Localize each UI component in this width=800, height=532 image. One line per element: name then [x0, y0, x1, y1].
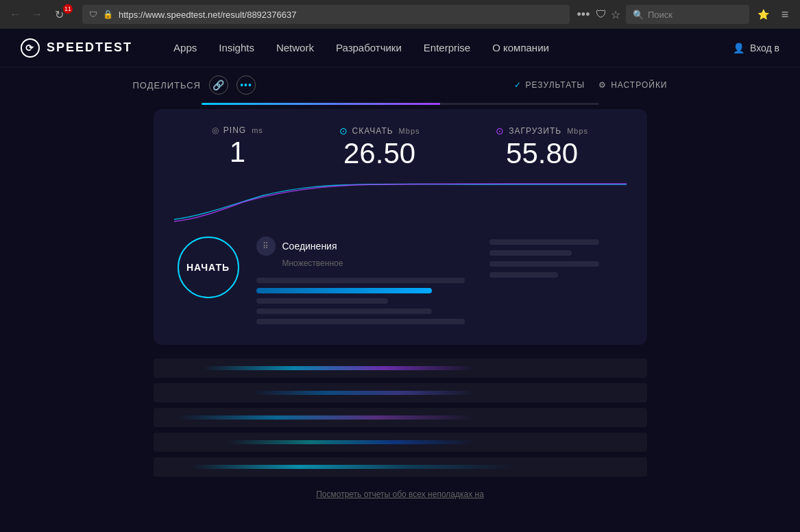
url-text: https://www.speedtest.net/result/8892376… — [119, 10, 296, 20]
speed-graph-svg — [174, 182, 627, 223]
start-btn-container: НАЧАТЬ — [174, 237, 243, 298]
download-metric: ⊙ СКАЧАТЬ Mbps 26.50 — [339, 125, 420, 168]
nav-login[interactable]: 👤 Вход в — [733, 43, 779, 53]
skeleton-line — [256, 278, 465, 283]
download-unit: Mbps — [399, 127, 420, 135]
download-label: СКАЧАТЬ — [352, 126, 393, 136]
ping-unit: ms — [252, 126, 263, 134]
speed-bar-3 — [154, 408, 647, 427]
address-bar[interactable]: 🛡 🔒 https://www.speedtest.net/result/889… — [82, 5, 570, 24]
nav-links: Apps Insights Network Разработчики Enter… — [173, 42, 733, 53]
progress-container — [160, 103, 640, 105]
ping-icon: ◎ — [212, 125, 219, 135]
info-line — [489, 239, 599, 245]
share-label: ПОДЕЛИТЬСЯ — [133, 80, 201, 90]
main-nav: ⟳ SPEEDTEST Apps Insights Network Разраб… — [0, 29, 800, 67]
skeleton-line — [256, 319, 465, 324]
download-value: 26.50 — [339, 139, 420, 168]
metrics-row: ◎ PING ms 1 ⊙ СКАЧАТЬ Mbps 26.50 ⊙ ЗАГРУ… — [174, 125, 627, 168]
website-content: ⟳ SPEEDTEST Apps Insights Network Разраб… — [0, 29, 800, 532]
skeleton-lines — [256, 278, 476, 324]
share-right: ✓ РЕЗУЛЬТАТЫ ⚙ НАСТРОЙКИ — [514, 80, 668, 90]
star-icon[interactable]: ☆ — [611, 8, 620, 21]
ping-label: PING — [223, 125, 246, 135]
upload-unit: Mbps — [567, 127, 588, 135]
nav-enterprise[interactable]: Enterprise — [424, 42, 470, 53]
speed-bar-2 — [154, 383, 647, 402]
more-button[interactable]: ••• — [575, 6, 592, 23]
lock-icon: 🔒 — [103, 10, 113, 19]
info-line — [489, 261, 599, 267]
progress-fill — [202, 103, 440, 105]
download-header: ⊙ СКАЧАТЬ Mbps — [339, 125, 420, 136]
search-bar[interactable]: 🔍 Поиск — [626, 5, 749, 24]
logo-icon: ⟳ — [21, 38, 40, 58]
ping-value: 1 — [212, 138, 263, 167]
skeleton-line — [256, 298, 388, 304]
ping-metric: ◎ PING ms 1 — [212, 125, 263, 168]
forward-button[interactable]: → — [29, 6, 45, 23]
logo[interactable]: ⟳ SPEEDTEST — [21, 38, 132, 58]
skeleton-line — [256, 288, 432, 293]
upload-header: ⊙ ЗАГРУЗИТЬ Mbps — [496, 125, 588, 136]
connection-header: ⠿ Соединения — [256, 237, 476, 256]
right-info — [489, 237, 627, 278]
connection-subtitle: Множественное — [282, 258, 476, 268]
ping-header: ◎ PING ms — [212, 125, 263, 135]
settings-button[interactable]: ⚙ НАСТРОЙКИ — [598, 80, 667, 90]
speed-bar-4 — [154, 433, 647, 452]
result-card: ◎ PING ms 1 ⊙ СКАЧАТЬ Mbps 26.50 ⊙ ЗАГРУ… — [154, 109, 647, 345]
share-link-button[interactable]: 🔗 — [209, 75, 228, 95]
browser-chrome: ← → ↻ 11 🛡 🔒 https://www.speedtest.net/r… — [0, 0, 800, 29]
extensions-button[interactable]: ⭐ — [755, 6, 771, 23]
nav-insights[interactable]: Insights — [219, 42, 254, 53]
connection-icon: ⠿ — [256, 237, 276, 256]
browser-actions: ••• 🛡 ☆ — [575, 6, 620, 23]
link-icon: 🔗 — [213, 80, 225, 90]
skeleton-line — [256, 309, 432, 314]
connections-section: ⠿ Соединения Множественное — [256, 237, 476, 324]
refresh-badge: 11 — [63, 4, 73, 14]
info-line — [489, 250, 572, 256]
more-icon: ••• — [240, 80, 252, 90]
nav-apps[interactable]: Apps — [173, 42, 197, 53]
upload-arrow-icon: ⊙ — [496, 125, 505, 136]
share-bar: ПОДЕЛИТЬСЯ 🔗 ••• ✓ РЕЗУЛЬТАТЫ ⚙ НАСТРОЙК… — [92, 67, 709, 103]
progress-track — [202, 103, 599, 105]
speed-bar-1 — [154, 359, 647, 378]
footer-link-text[interactable]: Посмотреть отчеты обо всех неполадках на — [316, 489, 484, 499]
nav-network[interactable]: Network — [276, 42, 314, 53]
login-label: Вход в — [750, 43, 779, 53]
speed-bar-5 — [154, 457, 647, 476]
upload-metric: ⊙ ЗАГРУЗИТЬ Mbps 55.80 — [496, 125, 588, 168]
share-left: ПОДЕЛИТЬСЯ 🔗 ••• — [133, 75, 256, 95]
share-more-button[interactable]: ••• — [237, 75, 256, 95]
menu-button[interactable]: ≡ — [777, 6, 793, 23]
nav-developers[interactable]: Разработчики — [336, 42, 402, 53]
user-icon: 👤 — [733, 43, 744, 53]
results-button[interactable]: ✓ РЕЗУЛЬТАТЫ — [514, 80, 585, 90]
gear-icon: ⚙ — [598, 80, 607, 90]
card-bottom: НАЧАТЬ ⠿ Соединения Множественное — [174, 237, 627, 324]
nav-about[interactable]: О компании — [492, 42, 549, 53]
footer-link: Посмотреть отчеты обо всех неполадках на — [0, 487, 800, 513]
shield-icon: 🛡 — [89, 10, 97, 19]
logo-symbol: ⟳ — [25, 43, 35, 53]
check-icon: ✓ — [514, 80, 522, 90]
back-button[interactable]: ← — [7, 6, 23, 23]
settings-label: НАСТРОЙКИ — [611, 80, 667, 90]
search-icon: 🔍 — [633, 10, 644, 20]
info-line — [489, 272, 558, 278]
search-placeholder: Поиск — [648, 10, 672, 20]
download-arrow-icon: ⊙ — [339, 125, 348, 136]
dots-icon: ⠿ — [263, 241, 269, 251]
speed-graph — [174, 182, 627, 223]
results-label: РЕЗУЛЬТАТЫ — [526, 80, 585, 90]
connection-title: Соединения — [282, 241, 337, 252]
start-button[interactable]: НАЧАТЬ — [178, 237, 239, 298]
logo-text: SPEEDTEST — [47, 40, 132, 55]
upload-label: ЗАГРУЗИТЬ — [509, 126, 561, 136]
below-content — [154, 359, 647, 476]
upload-value: 55.80 — [496, 139, 588, 168]
bookmark-shield-icon[interactable]: 🛡 — [596, 8, 607, 21]
